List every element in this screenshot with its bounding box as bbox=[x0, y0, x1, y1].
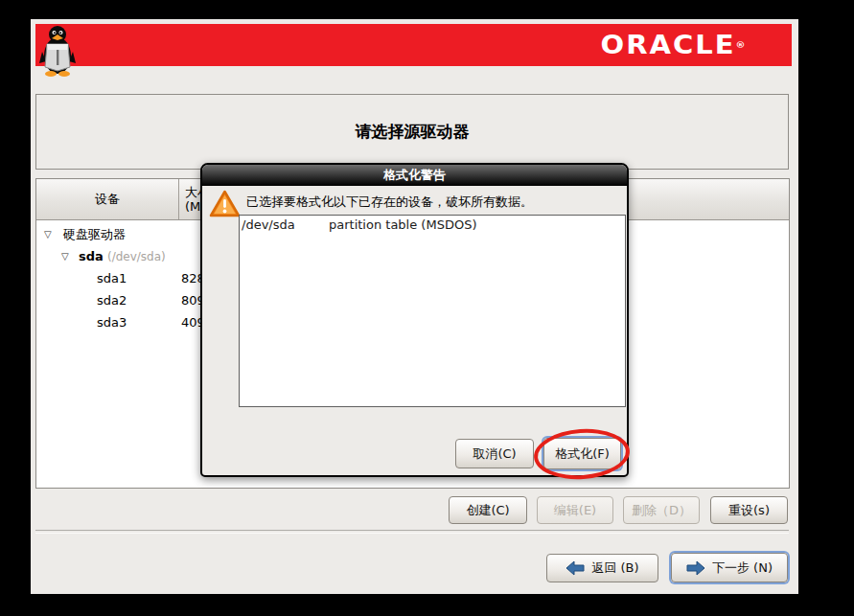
delete-button: 删除（D） bbox=[623, 496, 700, 524]
tree-label: sda2 bbox=[97, 289, 127, 311]
device-path: /dev/sda bbox=[242, 217, 295, 232]
oracle-logo-text: ORACLE bbox=[601, 30, 736, 59]
expander-icon[interactable]: ▽ bbox=[44, 229, 52, 240]
warning-triangle-icon bbox=[209, 190, 241, 222]
tux-penguin-icon bbox=[38, 25, 77, 80]
create-button[interactable]: 创建(C) bbox=[449, 496, 527, 524]
dialog-title: 格式化警告 bbox=[383, 167, 446, 184]
cancel-button[interactable]: 取消(C) bbox=[455, 439, 534, 468]
page-title: 请选择源驱动器 bbox=[356, 121, 470, 143]
oracle-logo: ORACLE® bbox=[572, 32, 773, 58]
title-panel: 请选择源驱动器 bbox=[35, 94, 789, 170]
tree-label: sda3 bbox=[97, 311, 127, 333]
tree-label-suffix: (/dev/sda) bbox=[107, 245, 166, 267]
list-item[interactable]: /dev/sda partition table (MSDOS) bbox=[240, 217, 625, 235]
format-button[interactable]: 格式化(F) bbox=[543, 438, 621, 469]
edit-button: 编辑(E) bbox=[537, 496, 613, 524]
tree-label: sda1 bbox=[97, 267, 127, 289]
tree-label: sda bbox=[79, 245, 104, 267]
tree-label: 硬盘驱动器 bbox=[63, 223, 126, 245]
divider bbox=[35, 530, 789, 534]
installer-window: ORACLE® 请选择源驱动器 设备 大小 (MB) ▽ bbox=[31, 19, 798, 594]
brand-banner: ORACLE® bbox=[35, 24, 792, 66]
back-button-label: 返回 (B) bbox=[591, 559, 638, 577]
next-button-label: 下一步 (N) bbox=[712, 559, 773, 577]
back-button[interactable]: 返回 (B) bbox=[546, 554, 658, 582]
left-arrow-icon bbox=[565, 560, 585, 576]
expander-icon[interactable]: ▽ bbox=[61, 251, 69, 262]
format-target-list[interactable]: /dev/sda partition table (MSDOS) bbox=[239, 215, 626, 407]
column-header-device[interactable]: 设备 bbox=[36, 179, 179, 219]
device-detail: partition table (MSDOS) bbox=[329, 217, 476, 232]
reset-button[interactable]: 重设(s) bbox=[710, 496, 788, 524]
right-arrow-icon bbox=[686, 560, 705, 576]
registered-mark: ® bbox=[736, 39, 746, 49]
format-warning-dialog: 格式化警告 已选择要格式化以下已存在的设备，破坏所有数据。 /dev/sda p… bbox=[200, 163, 629, 477]
next-button[interactable]: 下一步 (N) bbox=[671, 553, 788, 582]
dialog-titlebar[interactable]: 格式化警告 bbox=[202, 165, 627, 186]
dialog-message: 已选择要格式化以下已存在的设备，破坏所有数据。 bbox=[246, 194, 533, 211]
